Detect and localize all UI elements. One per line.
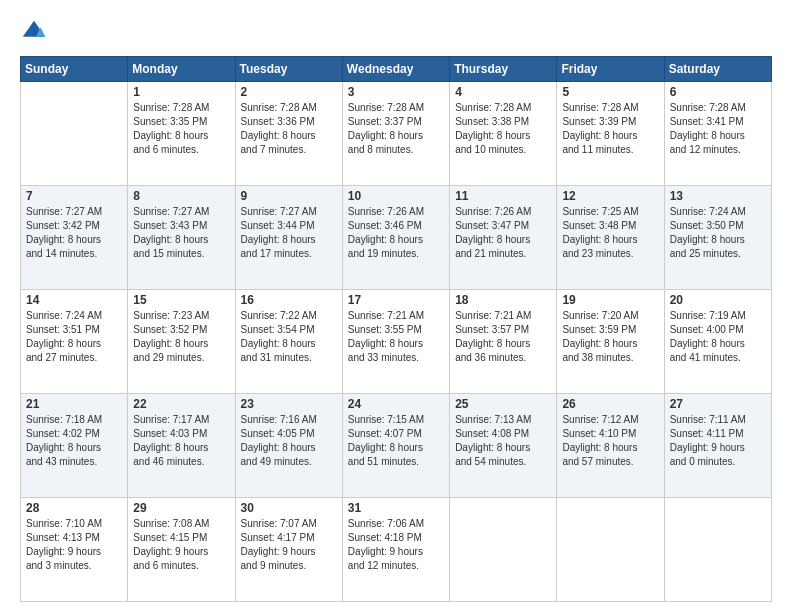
day-number: 30 — [241, 501, 337, 515]
calendar-cell: 12Sunrise: 7:25 AM Sunset: 3:48 PM Dayli… — [557, 186, 664, 290]
calendar-cell: 30Sunrise: 7:07 AM Sunset: 4:17 PM Dayli… — [235, 498, 342, 602]
calendar-cell: 5Sunrise: 7:28 AM Sunset: 3:39 PM Daylig… — [557, 82, 664, 186]
weekday-header: Monday — [128, 57, 235, 82]
calendar-cell: 2Sunrise: 7:28 AM Sunset: 3:36 PM Daylig… — [235, 82, 342, 186]
weekday-header: Sunday — [21, 57, 128, 82]
day-info: Sunrise: 7:11 AM Sunset: 4:11 PM Dayligh… — [670, 413, 766, 469]
day-number: 14 — [26, 293, 122, 307]
day-info: Sunrise: 7:25 AM Sunset: 3:48 PM Dayligh… — [562, 205, 658, 261]
day-info: Sunrise: 7:20 AM Sunset: 3:59 PM Dayligh… — [562, 309, 658, 365]
day-number: 20 — [670, 293, 766, 307]
day-info: Sunrise: 7:18 AM Sunset: 4:02 PM Dayligh… — [26, 413, 122, 469]
day-number: 1 — [133, 85, 229, 99]
day-number: 21 — [26, 397, 122, 411]
day-info: Sunrise: 7:22 AM Sunset: 3:54 PM Dayligh… — [241, 309, 337, 365]
day-info: Sunrise: 7:28 AM Sunset: 3:36 PM Dayligh… — [241, 101, 337, 157]
day-number: 12 — [562, 189, 658, 203]
day-info: Sunrise: 7:16 AM Sunset: 4:05 PM Dayligh… — [241, 413, 337, 469]
day-info: Sunrise: 7:28 AM Sunset: 3:39 PM Dayligh… — [562, 101, 658, 157]
calendar-cell: 28Sunrise: 7:10 AM Sunset: 4:13 PM Dayli… — [21, 498, 128, 602]
calendar-week-row: 28Sunrise: 7:10 AM Sunset: 4:13 PM Dayli… — [21, 498, 772, 602]
calendar-cell: 24Sunrise: 7:15 AM Sunset: 4:07 PM Dayli… — [342, 394, 449, 498]
day-number: 27 — [670, 397, 766, 411]
day-info: Sunrise: 7:26 AM Sunset: 3:47 PM Dayligh… — [455, 205, 551, 261]
day-info: Sunrise: 7:28 AM Sunset: 3:37 PM Dayligh… — [348, 101, 444, 157]
day-info: Sunrise: 7:27 AM Sunset: 3:43 PM Dayligh… — [133, 205, 229, 261]
header — [20, 18, 772, 46]
calendar-cell: 22Sunrise: 7:17 AM Sunset: 4:03 PM Dayli… — [128, 394, 235, 498]
calendar-cell: 19Sunrise: 7:20 AM Sunset: 3:59 PM Dayli… — [557, 290, 664, 394]
calendar-cell: 31Sunrise: 7:06 AM Sunset: 4:18 PM Dayli… — [342, 498, 449, 602]
day-number: 26 — [562, 397, 658, 411]
calendar-cell: 27Sunrise: 7:11 AM Sunset: 4:11 PM Dayli… — [664, 394, 771, 498]
calendar-week-row: 7Sunrise: 7:27 AM Sunset: 3:42 PM Daylig… — [21, 186, 772, 290]
day-number: 16 — [241, 293, 337, 307]
day-number: 10 — [348, 189, 444, 203]
day-info: Sunrise: 7:24 AM Sunset: 3:50 PM Dayligh… — [670, 205, 766, 261]
day-number: 29 — [133, 501, 229, 515]
calendar-cell: 15Sunrise: 7:23 AM Sunset: 3:52 PM Dayli… — [128, 290, 235, 394]
calendar-cell: 18Sunrise: 7:21 AM Sunset: 3:57 PM Dayli… — [450, 290, 557, 394]
calendar-cell: 3Sunrise: 7:28 AM Sunset: 3:37 PM Daylig… — [342, 82, 449, 186]
logo — [20, 18, 52, 46]
day-info: Sunrise: 7:19 AM Sunset: 4:00 PM Dayligh… — [670, 309, 766, 365]
calendar-cell — [450, 498, 557, 602]
day-info: Sunrise: 7:17 AM Sunset: 4:03 PM Dayligh… — [133, 413, 229, 469]
calendar-cell: 1Sunrise: 7:28 AM Sunset: 3:35 PM Daylig… — [128, 82, 235, 186]
day-number: 31 — [348, 501, 444, 515]
day-info: Sunrise: 7:15 AM Sunset: 4:07 PM Dayligh… — [348, 413, 444, 469]
day-number: 15 — [133, 293, 229, 307]
calendar-cell: 11Sunrise: 7:26 AM Sunset: 3:47 PM Dayli… — [450, 186, 557, 290]
calendar-header-row: SundayMondayTuesdayWednesdayThursdayFrid… — [21, 57, 772, 82]
weekday-header: Thursday — [450, 57, 557, 82]
calendar-cell: 14Sunrise: 7:24 AM Sunset: 3:51 PM Dayli… — [21, 290, 128, 394]
day-number: 11 — [455, 189, 551, 203]
calendar-cell: 6Sunrise: 7:28 AM Sunset: 3:41 PM Daylig… — [664, 82, 771, 186]
day-number: 25 — [455, 397, 551, 411]
weekday-header: Saturday — [664, 57, 771, 82]
day-number: 23 — [241, 397, 337, 411]
calendar-cell: 29Sunrise: 7:08 AM Sunset: 4:15 PM Dayli… — [128, 498, 235, 602]
calendar-week-row: 14Sunrise: 7:24 AM Sunset: 3:51 PM Dayli… — [21, 290, 772, 394]
calendar-cell: 20Sunrise: 7:19 AM Sunset: 4:00 PM Dayli… — [664, 290, 771, 394]
calendar-cell: 13Sunrise: 7:24 AM Sunset: 3:50 PM Dayli… — [664, 186, 771, 290]
weekday-header: Wednesday — [342, 57, 449, 82]
day-info: Sunrise: 7:27 AM Sunset: 3:44 PM Dayligh… — [241, 205, 337, 261]
page: SundayMondayTuesdayWednesdayThursdayFrid… — [0, 0, 792, 612]
calendar-cell: 17Sunrise: 7:21 AM Sunset: 3:55 PM Dayli… — [342, 290, 449, 394]
calendar-week-row: 1Sunrise: 7:28 AM Sunset: 3:35 PM Daylig… — [21, 82, 772, 186]
day-info: Sunrise: 7:12 AM Sunset: 4:10 PM Dayligh… — [562, 413, 658, 469]
day-number: 5 — [562, 85, 658, 99]
day-number: 3 — [348, 85, 444, 99]
day-number: 13 — [670, 189, 766, 203]
day-number: 19 — [562, 293, 658, 307]
calendar-cell — [21, 82, 128, 186]
day-number: 8 — [133, 189, 229, 203]
calendar-cell: 4Sunrise: 7:28 AM Sunset: 3:38 PM Daylig… — [450, 82, 557, 186]
day-number: 18 — [455, 293, 551, 307]
day-info: Sunrise: 7:13 AM Sunset: 4:08 PM Dayligh… — [455, 413, 551, 469]
calendar: SundayMondayTuesdayWednesdayThursdayFrid… — [20, 56, 772, 602]
day-number: 17 — [348, 293, 444, 307]
day-info: Sunrise: 7:10 AM Sunset: 4:13 PM Dayligh… — [26, 517, 122, 573]
day-info: Sunrise: 7:08 AM Sunset: 4:15 PM Dayligh… — [133, 517, 229, 573]
calendar-cell: 7Sunrise: 7:27 AM Sunset: 3:42 PM Daylig… — [21, 186, 128, 290]
day-info: Sunrise: 7:21 AM Sunset: 3:55 PM Dayligh… — [348, 309, 444, 365]
calendar-cell: 10Sunrise: 7:26 AM Sunset: 3:46 PM Dayli… — [342, 186, 449, 290]
day-info: Sunrise: 7:06 AM Sunset: 4:18 PM Dayligh… — [348, 517, 444, 573]
day-info: Sunrise: 7:28 AM Sunset: 3:35 PM Dayligh… — [133, 101, 229, 157]
day-info: Sunrise: 7:27 AM Sunset: 3:42 PM Dayligh… — [26, 205, 122, 261]
calendar-cell: 25Sunrise: 7:13 AM Sunset: 4:08 PM Dayli… — [450, 394, 557, 498]
calendar-cell: 26Sunrise: 7:12 AM Sunset: 4:10 PM Dayli… — [557, 394, 664, 498]
day-number: 4 — [455, 85, 551, 99]
calendar-cell: 16Sunrise: 7:22 AM Sunset: 3:54 PM Dayli… — [235, 290, 342, 394]
day-info: Sunrise: 7:07 AM Sunset: 4:17 PM Dayligh… — [241, 517, 337, 573]
calendar-cell: 8Sunrise: 7:27 AM Sunset: 3:43 PM Daylig… — [128, 186, 235, 290]
day-info: Sunrise: 7:21 AM Sunset: 3:57 PM Dayligh… — [455, 309, 551, 365]
day-info: Sunrise: 7:24 AM Sunset: 3:51 PM Dayligh… — [26, 309, 122, 365]
calendar-cell — [664, 498, 771, 602]
day-info: Sunrise: 7:26 AM Sunset: 3:46 PM Dayligh… — [348, 205, 444, 261]
day-number: 6 — [670, 85, 766, 99]
calendar-cell — [557, 498, 664, 602]
day-number: 2 — [241, 85, 337, 99]
